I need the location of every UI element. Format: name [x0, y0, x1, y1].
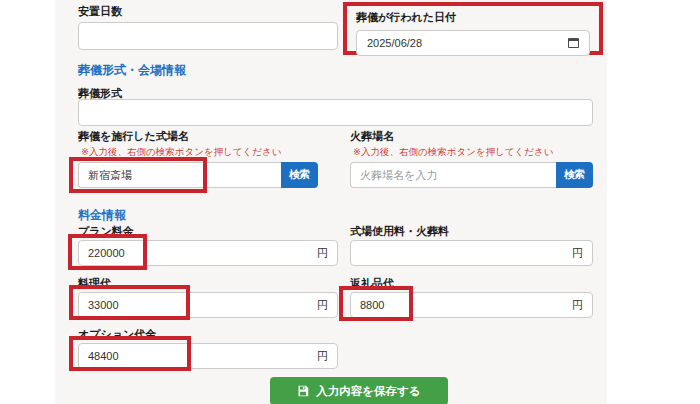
- crematorium-note: ※入力後、右側の検索ボタンを押してください: [353, 146, 553, 159]
- option-fee-label: オプション代金: [78, 327, 156, 342]
- save-icon: [297, 385, 309, 397]
- food-fee-input[interactable]: [79, 299, 317, 311]
- option-fee-input[interactable]: [79, 350, 317, 362]
- plan-fee-field: 円: [78, 240, 338, 266]
- food-fee-unit: 円: [317, 298, 337, 313]
- page: 安置日数 葬儀が行われた日付 2025/06/28 葬儀形式・会場情報 葬儀形式…: [0, 0, 700, 404]
- food-fee-field: 円: [78, 292, 338, 318]
- ceremony-hall-group: 検索: [78, 162, 318, 188]
- crematorium-label: 火葬場名: [350, 129, 394, 144]
- funeral-form: 安置日数 葬儀が行われた日付 2025/06/28 葬儀形式・会場情報 葬儀形式…: [55, 0, 607, 404]
- hall-usage-fee-input[interactable]: [351, 247, 572, 259]
- return-gift-fee-unit: 円: [572, 298, 592, 313]
- section-venue-heading: 葬儀形式・会場情報: [78, 62, 186, 79]
- section-fees-heading: 料金情報: [78, 207, 126, 224]
- crematorium-search-button[interactable]: 検索: [556, 162, 593, 188]
- repose-days-label: 安置日数: [78, 4, 122, 19]
- hall-usage-fee-field: 円: [350, 240, 593, 266]
- crematorium-input[interactable]: [350, 162, 556, 188]
- repose-days-input[interactable]: [78, 22, 338, 50]
- save-button-label: 入力内容を保存する: [316, 384, 420, 399]
- option-fee-field: 円: [78, 343, 338, 369]
- option-fee-unit: 円: [317, 349, 337, 364]
- plan-fee-unit: 円: [317, 246, 337, 261]
- ceremony-hall-label: 葬儀を施行した式場名: [78, 129, 189, 144]
- food-fee-label: 料理代: [78, 276, 111, 291]
- ceremony-hall-note: ※入力後、右側の検索ボタンを押してください: [81, 146, 281, 159]
- hall-usage-fee-label: 式場使用料・火葬料: [350, 224, 449, 239]
- return-gift-fee-field: 円: [350, 292, 593, 318]
- crematorium-group: 検索: [350, 162, 593, 188]
- return-gift-fee-input[interactable]: [351, 299, 572, 311]
- calendar-icon[interactable]: [568, 38, 579, 48]
- plan-fee-input[interactable]: [79, 247, 317, 259]
- funeral-date-label: 葬儀が行われた日付: [356, 10, 590, 25]
- funeral-date-highlight: 葬儀が行われた日付 2025/06/28: [343, 2, 603, 55]
- ceremony-hall-input[interactable]: [78, 162, 281, 188]
- save-button[interactable]: 入力内容を保存する: [270, 377, 448, 404]
- funeral-date-input[interactable]: 2025/06/28: [356, 30, 590, 56]
- hall-usage-fee-unit: 円: [572, 246, 592, 261]
- return-gift-fee-label: 返礼品代: [350, 276, 394, 291]
- ceremony-hall-search-button[interactable]: 検索: [281, 162, 318, 188]
- funeral-format-input[interactable]: [78, 99, 593, 126]
- plan-fee-label: プラン料金: [78, 224, 134, 239]
- funeral-date-value: 2025/06/28: [367, 37, 422, 49]
